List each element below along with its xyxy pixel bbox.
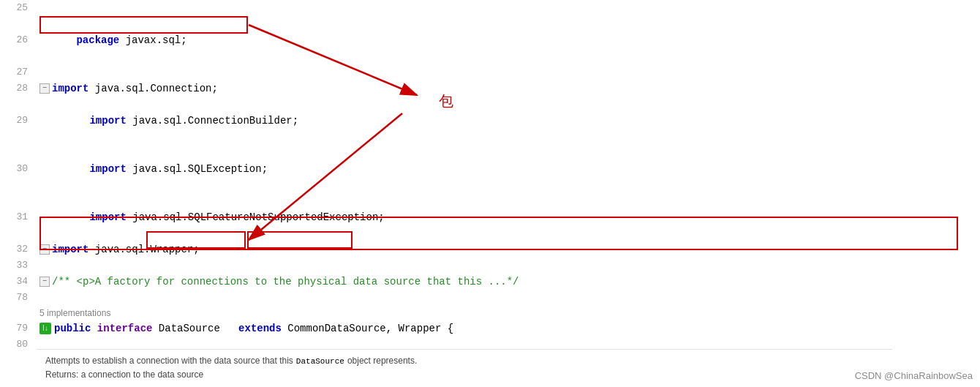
code-line-29: 29 import java.sql.ConnectionBuilder;: [0, 97, 980, 145]
line-num-79: 79: [0, 320, 37, 337]
code-line-33: 33: [0, 258, 980, 274]
keyword-interface: interface: [97, 320, 153, 337]
classname-datasource: DataSource: [159, 320, 220, 337]
fold-28[interactable]: −: [39, 83, 50, 94]
code-line-34: 34 − /** <p>A factory for connections to…: [0, 274, 980, 290]
comment-text: /** <p>A factory for connections to the …: [52, 274, 519, 290]
line-num-34: 34: [0, 274, 37, 290]
tooltip-returns: Returns: a connection to the data source: [45, 368, 203, 381]
fold-34[interactable]: −: [39, 277, 50, 287]
tooltip-area: Attempts to establish a connection with …: [37, 349, 892, 387]
line-num-80: 80: [0, 337, 37, 353]
line-content-26: package javax.sql;: [37, 16, 980, 64]
code-line-78: 78: [0, 290, 980, 306]
space1: [91, 320, 97, 337]
tooltip-line1: Attempts to establish a connection with …: [45, 354, 883, 368]
line-num-30: 30: [0, 161, 37, 177]
fold-32[interactable]: −: [39, 244, 50, 255]
code-line-79: 79 I↓ public interface DataSource extend…: [0, 320, 980, 337]
import-rest-30: java.sql.SQLException;: [127, 163, 268, 175]
keyword-package: package: [76, 34, 119, 46]
import-rest-28: java.sql.Connection;: [88, 80, 217, 97]
extends-rest: CommonDataSource, Wrapper {: [282, 320, 453, 337]
keyword-import-28: import: [52, 80, 88, 97]
keyword-import-31: import: [89, 211, 126, 223]
line-num-25: 25: [0, 0, 37, 16]
space2: [152, 320, 158, 337]
code-line-27: 27: [0, 64, 980, 80]
code-line-28: 28 − import java.sql.Connection;: [0, 80, 980, 97]
keyword-extends: extends: [238, 320, 282, 337]
line-content-79: I↓ public interface DataSource extends C…: [37, 320, 980, 337]
line-num-32: 32: [0, 241, 37, 258]
line-num-31: 31: [0, 209, 37, 225]
line-num-26: 26: [0, 32, 37, 48]
line-content-28: − import java.sql.Connection;: [37, 80, 980, 97]
tooltip-line2: Returns: a connection to the data source: [45, 368, 883, 381]
code-editor: 25 26 package javax.sql; 27 28 − import …: [0, 0, 980, 387]
import-rest-29: java.sql.ConnectionBuilder;: [127, 115, 298, 127]
watermark: CSDN @ChinaRainbowSea: [855, 370, 973, 381]
line-content-34: − /** <p>A factory for connections to th…: [37, 274, 980, 290]
impl-hint-text: 5 implementations: [39, 308, 110, 318]
impl-hint-line: 5 implementations: [0, 306, 980, 320]
impl-icon: I↓: [39, 323, 51, 334]
line-num-33: 33: [0, 258, 37, 274]
line-num-28: 28: [0, 80, 37, 97]
line-num-27: 27: [0, 64, 37, 80]
package-rest: javax.sql;: [119, 34, 186, 46]
keyword-import-29: import: [89, 115, 126, 127]
keyword-import-30: import: [89, 163, 126, 175]
code-line-31: 31 import java.sql.SQLFeatureNotSupporte…: [0, 193, 980, 241]
import-rest-31: java.sql.SQLFeatureNotSupportedException…: [127, 211, 385, 223]
tooltip-suffix: object represents.: [347, 354, 417, 367]
code-line-30: 30 import java.sql.SQLException;: [0, 145, 980, 193]
line-num-78: 78: [0, 290, 37, 306]
line-num-29: 29: [0, 113, 37, 129]
chinese-label-bao: 包: [439, 91, 453, 111]
keyword-import-32: import: [52, 241, 88, 258]
space3: [220, 320, 238, 337]
line-content-29: import java.sql.ConnectionBuilder;: [37, 97, 980, 145]
tooltip-prefix: Attempts to establish a connection with …: [45, 354, 293, 367]
line-content-30: import java.sql.SQLException;: [37, 145, 980, 193]
code-line-26: 26 package javax.sql;: [0, 16, 980, 64]
keyword-public: public: [54, 320, 91, 337]
line-content-31: import java.sql.SQLFeatureNotSupportedEx…: [37, 193, 980, 241]
line-content-32: − import java.sql.Wrapper;: [37, 241, 980, 258]
import-rest-32: java.sql.Wrapper;: [88, 241, 199, 258]
code-line-25: 25: [0, 0, 980, 16]
code-line-32: 32 − import java.sql.Wrapper;: [0, 241, 980, 258]
tooltip-code: DataSource: [296, 355, 344, 368]
